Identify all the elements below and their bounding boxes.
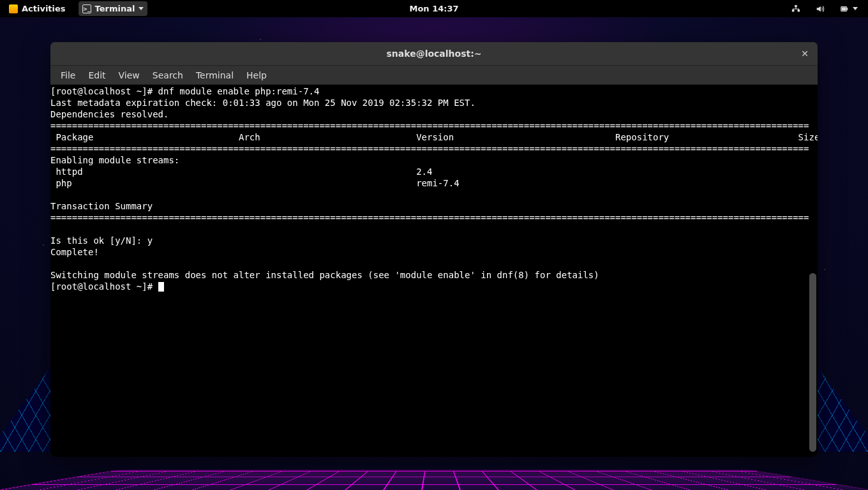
output-line: Dependencies resolved. <box>50 109 168 119</box>
svg-rect-2 <box>795 4 797 7</box>
output-line: Complete! <box>50 247 99 257</box>
menu-help[interactable]: Help <box>240 68 273 83</box>
menu-search[interactable]: Search <box>146 68 190 83</box>
output-line: Transaction Summary <box>50 201 153 211</box>
scrollbar[interactable] <box>809 273 816 452</box>
output-line: Switching module streams does not alter … <box>50 270 599 280</box>
clock-label: Mon 14:37 <box>409 4 458 13</box>
activities-button[interactable]: Activities <box>5 1 70 16</box>
output-rule: ========================================… <box>50 212 809 223</box>
output-rule: ========================================… <box>50 144 809 154</box>
prompt: [root@localhost ~]# <box>50 281 158 292</box>
bg-grid-floor <box>0 471 868 490</box>
chevron-down-icon <box>853 7 858 10</box>
battery-icon <box>840 4 849 13</box>
clock-button[interactable]: Mon 14:37 <box>405 1 462 16</box>
prompt: [root@localhost ~]# <box>50 86 158 96</box>
menu-terminal[interactable]: Terminal <box>190 68 240 83</box>
app-menu-label: Terminal <box>95 4 135 13</box>
menu-view[interactable]: View <box>112 68 146 83</box>
terminal-menubar: File Edit View Search Terminal Help <box>50 66 818 85</box>
menu-edit[interactable]: Edit <box>82 68 112 83</box>
window-titlebar[interactable]: snake@localhost:~ ✕ <box>50 42 818 66</box>
close-icon: ✕ <box>801 48 809 59</box>
terminal-app-icon: >_ <box>82 4 91 13</box>
system-status-button[interactable] <box>836 2 862 16</box>
output-line: Last metadata expiration check: 0:01:33 … <box>50 98 475 108</box>
activities-label: Activities <box>22 4 66 13</box>
output-line: Is this ok [y/N]: y <box>50 235 153 246</box>
table-header: Package Arch Version Repository Size <box>50 132 818 142</box>
terminal-output[interactable]: [root@localhost ~]# dnf module enable ph… <box>50 85 818 457</box>
volume-status-button[interactable] <box>812 2 828 16</box>
cursor <box>158 282 164 292</box>
terminal-window: snake@localhost:~ ✕ File Edit View Searc… <box>50 42 818 457</box>
close-button[interactable]: ✕ <box>798 47 811 60</box>
command: dnf module enable php:remi-7.4 <box>158 86 320 96</box>
svg-rect-0 <box>792 9 795 11</box>
table-row: php remi-7.4 <box>50 178 460 188</box>
svg-rect-5 <box>847 8 848 10</box>
window-title: snake@localhost:~ <box>386 48 481 59</box>
network-status-button[interactable] <box>788 2 804 16</box>
gnome-topbar: Activities >_ Terminal Mon 14:37 <box>0 0 868 17</box>
output-line: Enabling module streams: <box>50 155 179 165</box>
chevron-down-icon <box>138 7 144 10</box>
network-icon <box>791 4 800 13</box>
svg-rect-1 <box>798 9 800 11</box>
activities-icon <box>9 4 18 13</box>
volume-icon <box>816 4 825 13</box>
output-rule: ========================================… <box>50 121 809 131</box>
table-row: httpd 2.4 <box>50 167 432 177</box>
menu-file[interactable]: File <box>54 68 82 83</box>
app-menu-button[interactable]: >_ Terminal <box>79 1 148 16</box>
svg-rect-4 <box>842 7 846 10</box>
